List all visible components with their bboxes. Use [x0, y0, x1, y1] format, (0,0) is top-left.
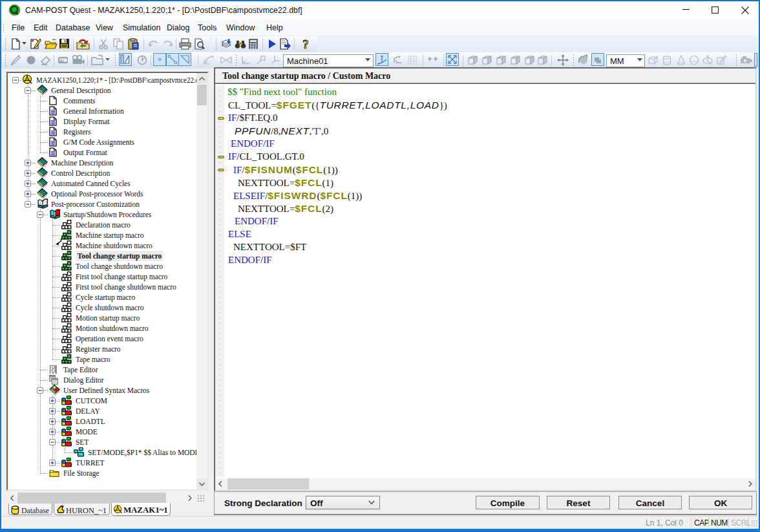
svg-text:?: ? — [238, 41, 242, 48]
svg-text:?: ? — [302, 37, 309, 50]
svg-text:fo: fo — [59, 58, 63, 62]
